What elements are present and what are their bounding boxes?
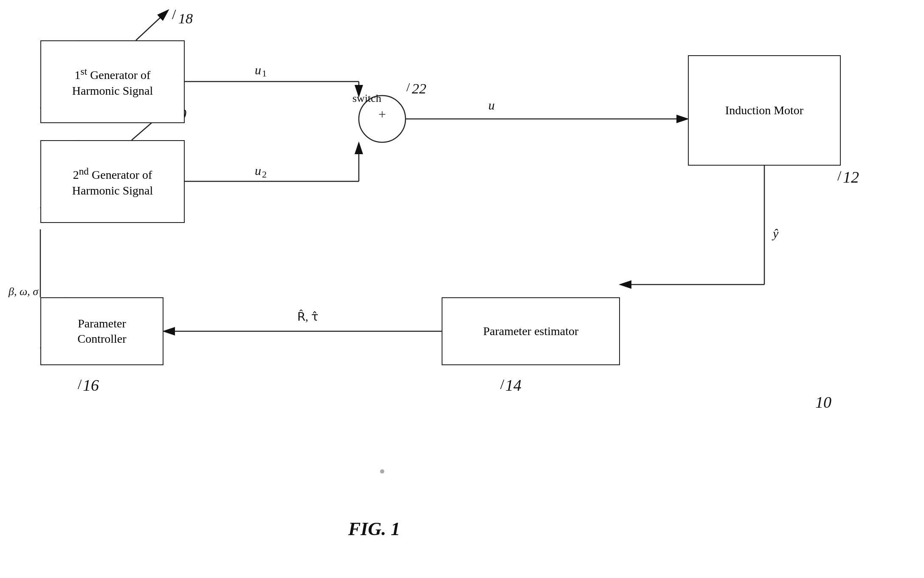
svg-text:β, ω, σ: β, ω, σ <box>8 285 39 298</box>
svg-text:R̂, τ̂: R̂, τ̂ <box>297 310 318 323</box>
svg-text:1: 1 <box>262 68 267 79</box>
generator1-block: 1st Generator ofHarmonic Signal <box>40 40 185 123</box>
svg-text:u: u <box>488 98 495 112</box>
generator2-label: 2nd Generator ofHarmonic Signal <box>72 165 153 198</box>
svg-text:/: / <box>406 80 410 94</box>
svg-line-5 <box>136 11 168 40</box>
svg-text:switch: switch <box>352 92 381 104</box>
param-estimator-block: Parameter estimator <box>442 297 620 365</box>
induction-motor-block: Induction Motor <box>688 55 841 166</box>
svg-text:16: 16 <box>83 376 99 394</box>
generator1-label: 1st Generator ofHarmonic Signal <box>72 65 153 99</box>
svg-text:+: + <box>378 107 386 122</box>
param-controller-block: ParameterController <box>40 297 163 365</box>
svg-text:2: 2 <box>262 169 267 180</box>
svg-text:FIG. 1: FIG. 1 <box>348 519 400 539</box>
svg-text:u: u <box>255 164 261 178</box>
svg-text:/: / <box>172 6 176 22</box>
svg-text:14: 14 <box>505 376 521 394</box>
svg-point-42 <box>380 469 384 474</box>
svg-text:/: / <box>500 376 504 392</box>
svg-text:/: / <box>837 168 842 183</box>
svg-text:18: 18 <box>178 11 193 26</box>
svg-text:u: u <box>255 63 261 77</box>
param-controller-label: ParameterController <box>77 316 126 347</box>
svg-point-11 <box>359 96 406 142</box>
svg-text:/: / <box>78 376 82 392</box>
svg-text:ŷ: ŷ <box>772 226 779 240</box>
svg-text:12: 12 <box>843 168 859 186</box>
induction-motor-label: Induction Motor <box>725 103 803 118</box>
param-estimator-label: Parameter estimator <box>483 324 579 339</box>
svg-text:22: 22 <box>412 81 426 96</box>
generator2-block: 2nd Generator ofHarmonic Signal <box>40 140 185 223</box>
diagram-container: + 18 / 20 / 22 / 12 / 14 / 10 16 <box>0 0 924 578</box>
svg-text:10: 10 <box>815 393 831 411</box>
